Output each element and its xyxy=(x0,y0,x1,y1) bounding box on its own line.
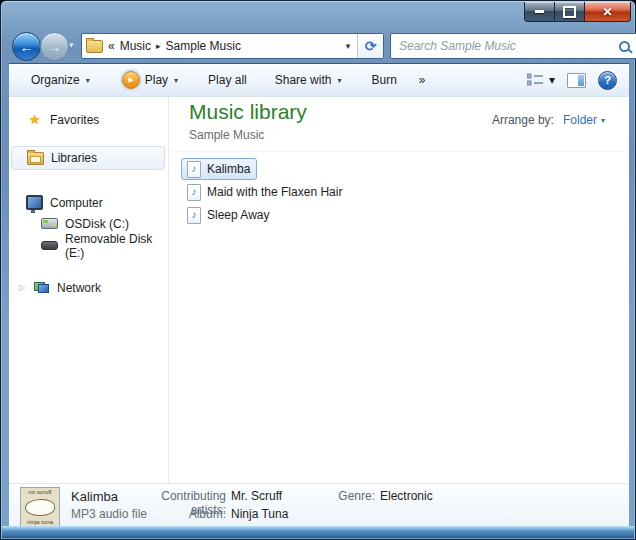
toolbar-overflow-button[interactable]: » xyxy=(411,69,434,91)
sidebar-label: Computer xyxy=(50,196,103,210)
file-list-pane: Music library Sample Music Arrange by: F… xyxy=(169,97,629,483)
sidebar-label: Libraries xyxy=(51,151,97,165)
star-icon: ★ xyxy=(26,113,43,126)
recent-pages-dropdown[interactable]: ▾ xyxy=(69,40,74,50)
details-pane: mr.scruff ninja tuna Kalimba MP3 audio f… xyxy=(9,483,629,530)
file-item-sleep-away[interactable]: ♪ Sleep Away xyxy=(181,204,277,226)
album-art-title-text: ninja tuna xyxy=(27,519,53,525)
search-icon[interactable] xyxy=(619,41,630,52)
client-area: Organize ▾ ▶ Play ▾ Play all Share with … xyxy=(9,63,629,529)
album-art-artist-text: mr.scruff xyxy=(29,489,52,495)
chevron-down-icon: ▾ xyxy=(601,116,605,125)
address-dropdown-button[interactable]: ▾ xyxy=(339,34,357,58)
sidebar-item-network[interactable]: ▷ Network xyxy=(9,277,166,298)
play-all-label: Play all xyxy=(208,73,247,87)
search-input[interactable] xyxy=(397,38,619,54)
navigation-pane: ★ Favorites Libraries Computer OSDisk (C… xyxy=(9,97,169,483)
file-item-maid-with-the-flaxen-hair[interactable]: ♪ Maid with the Flaxen Hair xyxy=(181,181,349,203)
arrange-by-label: Arrange by: xyxy=(492,113,554,127)
play-all-button[interactable]: Play all xyxy=(200,69,255,91)
burn-label: Burn xyxy=(371,73,396,87)
removable-drive-icon xyxy=(41,241,58,250)
forward-button[interactable]: → xyxy=(40,32,69,61)
address-bar[interactable]: « Music ▸ Sample Music ▾ ⟳ xyxy=(81,33,384,59)
expander-triangle-icon[interactable]: ▷ xyxy=(19,283,25,292)
selected-file-name: Kalimba xyxy=(71,489,118,504)
explorer-body: ★ Favorites Libraries Computer OSDisk (C… xyxy=(9,97,629,483)
music-file-icon: ♪ xyxy=(187,207,201,224)
album-label: Album: xyxy=(133,507,226,521)
minimize-button[interactable] xyxy=(524,2,554,22)
breadcrumb-separator-icon[interactable]: ▸ xyxy=(156,41,161,51)
window-controls: ✕ xyxy=(524,2,631,22)
album-art-blob xyxy=(25,499,55,516)
minimize-icon xyxy=(535,10,544,13)
window-frame: ✕ ← → ▾ « Music ▸ Sample Music ▾ ⟳ Organ… xyxy=(0,0,636,540)
genre-label: Genre: xyxy=(325,489,375,503)
refresh-button[interactable]: ⟳ xyxy=(357,34,383,58)
organize-button[interactable]: Organize ▾ xyxy=(23,69,98,91)
breadcrumb-item-music[interactable]: Music xyxy=(120,39,151,53)
window-bottom-border xyxy=(2,526,634,538)
maximize-icon xyxy=(563,6,576,18)
album-art-thumbnail: mr.scruff ninja tuna xyxy=(20,487,60,527)
chevron-down-icon: ▾ xyxy=(86,76,90,85)
chevron-down-icon: ▾ xyxy=(174,76,178,85)
search-box xyxy=(390,33,636,59)
sidebar-item-libraries[interactable]: Libraries xyxy=(11,146,165,170)
chevron-down-icon: ▾ xyxy=(549,73,555,87)
sidebar-item-computer[interactable]: Computer xyxy=(9,192,166,213)
share-with-label: Share with xyxy=(275,73,332,87)
play-label: Play xyxy=(145,73,168,87)
question-mark-icon: ? xyxy=(604,74,611,86)
sidebar-item-favorites[interactable]: ★ Favorites xyxy=(9,109,166,130)
close-icon: ✕ xyxy=(602,6,612,18)
computer-icon xyxy=(26,195,43,210)
network-icon xyxy=(33,282,50,293)
play-icon: ▶ xyxy=(122,71,140,89)
share-with-button[interactable]: Share with ▾ xyxy=(267,69,350,91)
overflow-chevron-icon: » xyxy=(419,73,426,87)
library-title: Music library xyxy=(189,100,307,124)
close-button[interactable]: ✕ xyxy=(585,2,631,22)
breadcrumb-overflow-icon[interactable]: « xyxy=(108,39,115,53)
libraries-icon xyxy=(27,152,44,165)
file-name: Sleep Away xyxy=(207,208,270,222)
toolbar-right-group: ▾ ? xyxy=(527,64,617,96)
file-name: Maid with the Flaxen Hair xyxy=(207,185,342,199)
burn-button[interactable]: Burn xyxy=(363,69,404,91)
help-button[interactable]: ? xyxy=(598,71,617,90)
music-file-icon: ♪ xyxy=(187,184,201,201)
views-grid-icon xyxy=(527,73,543,87)
folder-icon[interactable] xyxy=(86,40,103,53)
sidebar-label: Network xyxy=(57,281,101,295)
sidebar-label: Favorites xyxy=(50,113,99,127)
hard-drive-icon xyxy=(41,218,58,229)
play-button[interactable]: ▶ Play ▾ xyxy=(114,67,186,93)
music-file-icon: ♪ xyxy=(187,161,201,178)
command-toolbar: Organize ▾ ▶ Play ▾ Play all Share with … xyxy=(9,64,629,97)
sidebar-label: OSDisk (C:) xyxy=(65,217,129,231)
file-name: Kalimba xyxy=(207,162,250,176)
back-arrow-icon: ← xyxy=(20,39,34,55)
breadcrumb-item-sample-music[interactable]: Sample Music xyxy=(166,39,241,53)
preview-pane-button[interactable] xyxy=(567,73,586,88)
library-subtitle: Sample Music xyxy=(189,128,264,142)
chevron-down-icon: ▾ xyxy=(337,76,341,85)
sidebar-label: Removable Disk (E:) xyxy=(65,232,166,260)
refresh-icon: ⟳ xyxy=(365,38,377,54)
breadcrumb: « Music ▸ Sample Music xyxy=(82,34,339,58)
sidebar-item-removable-disk-e[interactable]: Removable Disk (E:) xyxy=(9,235,166,256)
arrange-by-control: Arrange by: Folder ▾ xyxy=(492,113,605,127)
organize-label: Organize xyxy=(31,73,80,87)
file-list: ♪ Kalimba ♪ Maid with the Flaxen Hair ♪ … xyxy=(181,158,349,227)
genre-value: Electronic xyxy=(380,489,433,503)
maximize-button[interactable] xyxy=(554,2,585,22)
back-button[interactable]: ← xyxy=(12,32,41,61)
album-value: Ninja Tuna xyxy=(231,507,288,521)
file-item-kalimba[interactable]: ♪ Kalimba xyxy=(181,158,257,180)
arrange-by-dropdown[interactable]: Folder ▾ xyxy=(563,113,605,127)
contributing-artists-value: Mr. Scruff xyxy=(231,489,282,503)
forward-arrow-icon: → xyxy=(48,39,62,55)
change-view-button[interactable]: ▾ xyxy=(527,73,555,87)
